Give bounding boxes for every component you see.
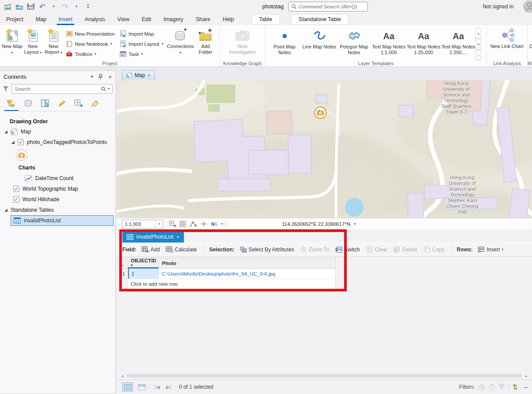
customize-toolbar-button[interactable]: ▾ bbox=[83, 1, 93, 12]
text-map-notes-250-button[interactable]: Aa Text Map Notes 1:250,... bbox=[441, 27, 476, 55]
north-arrow-icon[interactable]: N bbox=[211, 221, 218, 227]
tab-insert[interactable]: Insert bbox=[52, 13, 78, 25]
close-icon[interactable]: × bbox=[147, 73, 150, 78]
photo-point-marker[interactable] bbox=[315, 107, 326, 118]
scroll-left-icon[interactable]: ◂ bbox=[119, 374, 125, 378]
list-by-drawing-order-button[interactable] bbox=[6, 98, 17, 109]
add-folder-button[interactable]: Add Folder bbox=[194, 27, 217, 55]
table-view-button[interactable] bbox=[122, 383, 133, 391]
partial-button[interactable]: Di bbox=[529, 27, 532, 49]
insert-row-button[interactable]: Insert ▾ bbox=[476, 246, 506, 254]
checkbox-checked[interactable]: ✓ bbox=[13, 196, 19, 203]
switch-selection-button[interactable]: Switch bbox=[333, 246, 362, 254]
snapping-icon[interactable] bbox=[200, 221, 207, 227]
select-all-corner[interactable] bbox=[120, 258, 128, 268]
pin-icon[interactable] bbox=[98, 74, 103, 79]
first-record-icon[interactable]: |◀ bbox=[155, 384, 160, 390]
text-map-notes-1000-button[interactable]: Aa Text Map Notes 1:1,000 bbox=[371, 27, 406, 55]
checkbox-checked[interactable]: ✓ bbox=[13, 186, 19, 192]
chevron-down-icon[interactable]: ▾ bbox=[221, 222, 223, 226]
layer-world-hillshade[interactable]: ✓ World Hillshade bbox=[0, 194, 115, 205]
photo-cell[interactable]: C:\Users\lbholly\Desktop\photo\fm_94_UC_… bbox=[159, 269, 335, 279]
add-row-hint[interactable]: Click to add new row. bbox=[128, 279, 335, 289]
signin-status[interactable]: Not signed in bbox=[483, 4, 514, 10]
layer-map[interactable]: Map bbox=[0, 126, 115, 137]
chevron-down-icon[interactable]: ▾ bbox=[155, 220, 163, 228]
contents-search[interactable]: ▾ bbox=[11, 84, 113, 94]
expander-icon[interactable] bbox=[4, 209, 7, 212]
polygon-map-notes-button[interactable]: Polygon Map Notes bbox=[337, 27, 371, 55]
layer-photo-geotagged[interactable]: ✓ photo_GeoTaggedPhotosToPoints bbox=[0, 137, 115, 147]
table-item-invalidphotolist[interactable]: invalidPhotoList bbox=[11, 215, 114, 226]
new-report-button[interactable]: New Report ▾ bbox=[43, 27, 64, 55]
filter-funnel-icon[interactable] bbox=[3, 86, 9, 92]
text-map-notes-25000-button[interactable]: Aa Text Map Notes 1:25,000 bbox=[406, 27, 441, 55]
list-by-data-source-button[interactable] bbox=[23, 98, 33, 109]
tab-share[interactable]: Share bbox=[190, 13, 216, 25]
import-map-button[interactable]: Import Map bbox=[118, 29, 162, 39]
new-presentation-button[interactable]: New Presentation bbox=[65, 29, 117, 39]
horizontal-scrollbar[interactable]: ◂ ▸ bbox=[119, 373, 529, 379]
close-icon[interactable]: × bbox=[176, 234, 179, 239]
tab-imagery[interactable]: Imagery bbox=[157, 13, 189, 25]
tab-standalone-table-contextual[interactable]: Standalone Table bbox=[291, 14, 349, 25]
scrollbar-thumb[interactable] bbox=[126, 374, 522, 378]
task-button[interactable]: Task ▾ bbox=[118, 49, 162, 59]
list-by-editing-button[interactable] bbox=[56, 98, 67, 109]
list-by-labeling-button[interactable] bbox=[90, 98, 100, 109]
photo-layer-symbol[interactable] bbox=[0, 147, 115, 162]
sync-selection-icon[interactable] bbox=[513, 383, 518, 390]
redo-button[interactable]: ↷ bbox=[60, 1, 70, 12]
new-map-button[interactable]: New Map ▾ bbox=[2, 27, 22, 55]
new-link-chart-button[interactable]: New Link Chart bbox=[490, 27, 524, 49]
objectid-cell[interactable]: 1 bbox=[128, 269, 159, 279]
toolbox-button[interactable]: Toolbox ▾ bbox=[65, 49, 117, 59]
new-layout-button[interactable]: New Layout ▾ bbox=[22, 27, 43, 55]
undo-button[interactable]: ↶ bbox=[37, 1, 48, 12]
tab-map[interactable]: Map bbox=[29, 13, 52, 25]
point-map-notes-button[interactable]: Point Map Notes bbox=[267, 27, 302, 55]
expander-icon[interactable] bbox=[11, 141, 15, 144]
save-project-button[interactable] bbox=[26, 1, 36, 12]
add-new-row[interactable]: Click to add new row. bbox=[120, 279, 335, 289]
map-canvas[interactable]: Hong Kong University of Science and Tech… bbox=[117, 80, 532, 218]
chevron-down-icon[interactable]: ▾ bbox=[502, 248, 503, 251]
new-map-grid-icon[interactable] bbox=[169, 221, 176, 227]
photo-path-link[interactable]: C:\Users\lbholly\Desktop\photo\fm_94_UC_… bbox=[162, 271, 275, 276]
list-by-snapping-button[interactable] bbox=[73, 98, 84, 109]
new-notebook-button[interactable]: New Notebook ▾ bbox=[65, 39, 117, 49]
tab-table-contextual[interactable]: Table bbox=[252, 14, 280, 25]
tab-view[interactable]: View bbox=[111, 13, 136, 25]
grid-icon[interactable] bbox=[180, 221, 186, 227]
open-project-button[interactable] bbox=[14, 1, 25, 12]
gallery-expand-button[interactable]: ⌄ bbox=[476, 50, 481, 60]
collapse-icon[interactable]: – bbox=[524, 383, 528, 390]
column-header-photo[interactable]: Photo bbox=[159, 258, 335, 268]
command-search[interactable] bbox=[288, 2, 368, 11]
tab-analysis[interactable]: Analysis bbox=[79, 13, 112, 25]
tab-project[interactable]: Project bbox=[0, 13, 29, 25]
checkbox-checked[interactable]: ✓ bbox=[18, 139, 24, 145]
invalidphotolist-table-tab[interactable]: invalidPhotoList × bbox=[122, 231, 184, 243]
edit-vertices-icon[interactable] bbox=[190, 221, 197, 227]
form-view-button[interactable] bbox=[136, 383, 147, 391]
redo-dropdown[interactable]: ▾ bbox=[71, 1, 82, 12]
contents-search-input[interactable] bbox=[15, 86, 99, 92]
avatar[interactable] bbox=[523, 0, 532, 13]
select-by-attributes-button[interactable]: Select By Attributes bbox=[238, 246, 297, 254]
scale-combo[interactable]: 1:1,903 ▾ bbox=[122, 220, 163, 228]
undo-dropdown[interactable]: ▾ bbox=[48, 1, 59, 12]
row-selector[interactable]: 1 bbox=[120, 269, 128, 279]
command-search-input[interactable] bbox=[299, 4, 365, 9]
chevron-down-icon[interactable]: ▾ bbox=[108, 87, 110, 91]
import-layout-button[interactable]: Import Layout ▾ bbox=[118, 39, 162, 49]
last-record-icon[interactable]: ▶| bbox=[166, 384, 171, 390]
chevron-down-icon[interactable]: ▾ bbox=[354, 222, 356, 226]
standalone-tables-node[interactable]: Standalone Tables bbox=[0, 205, 115, 215]
tab-help[interactable]: Help bbox=[216, 13, 240, 25]
calculate-field-button[interactable]: Calculate bbox=[164, 246, 199, 254]
pane-menu-chevron-icon[interactable]: ▾ bbox=[91, 75, 93, 78]
new-project-button[interactable] bbox=[3, 1, 13, 12]
close-icon[interactable]: × bbox=[108, 74, 112, 80]
tab-edit[interactable]: Edit bbox=[136, 13, 158, 25]
